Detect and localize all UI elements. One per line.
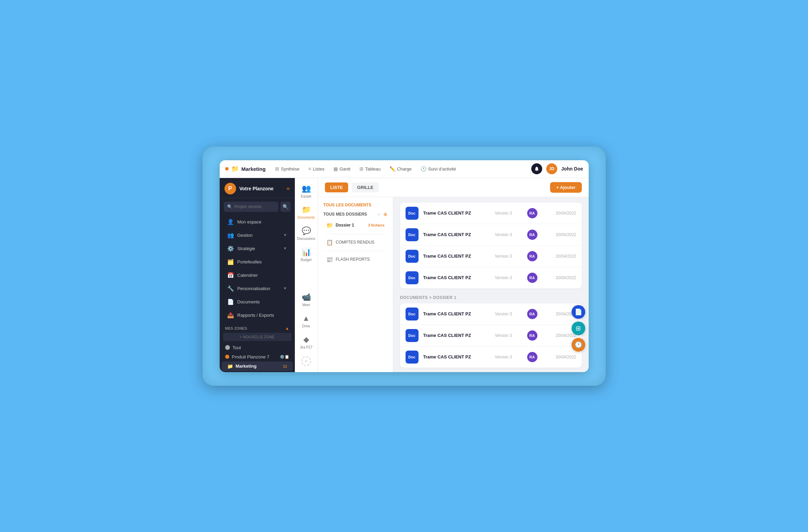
table-row[interactable]: Doc Trame CAS CLIENT PZ Version 3 RA 20/…	[400, 246, 582, 267]
doc-version: Version 3	[495, 312, 522, 316]
search-button[interactable]: 🔍	[280, 202, 291, 212]
table-row[interactable]: Doc Trame CAS CLIENT PZ Version 3 RA 20/…	[400, 224, 582, 246]
doc-avatar: RA	[527, 352, 537, 362]
all-folders-label: TOUS MES DOSSIERS	[324, 212, 367, 217]
user-avatar-top: JD	[546, 163, 557, 174]
personnalisation-arrow-icon: ▼	[283, 286, 287, 291]
floating-actions: 📄 ⊞ 🕐	[572, 305, 585, 352]
sidebar-item-rapports[interactable]: 📤 Rapports / Exports	[222, 309, 293, 322]
sidebar-zone-marketing[interactable]: 📁 Marketing 11	[222, 362, 293, 371]
documents-icon: 📄	[227, 299, 234, 305]
portefeuilles-label: Portefeuilles	[237, 259, 262, 264]
doc-name: Trame CAS CLIENT PZ	[423, 210, 490, 216]
tab-suivi-label: Suivi d'activité	[428, 166, 456, 172]
tool-budget[interactable]: 📊 Budget	[297, 245, 316, 265]
sidebar-collapse-button[interactable]: «	[286, 185, 290, 192]
sidebar-item-calendrier[interactable]: 📅 Calendrier	[222, 269, 293, 282]
all-docs-title: TOUS LES DOCUMENTS	[324, 203, 387, 207]
sidebar-item-gestion[interactable]: 👥 Gestion ▼	[222, 229, 293, 242]
sidebar-zone-tout[interactable]: Tout	[220, 343, 295, 352]
tab-tableau[interactable]: ⊞ Tableau	[355, 164, 385, 174]
app-window: 📁 Marketing ⊞ Synthèse ≡ Listes ▦ Gantt …	[220, 160, 589, 372]
tab-gantt[interactable]: ▦ Gantt	[329, 164, 355, 174]
view-list-button[interactable]: LISTE	[325, 182, 348, 192]
doc-name: Trame CAS CLIENT PZ	[423, 232, 490, 237]
doc-version: Version 3	[495, 211, 522, 216]
gestion-label: Gestion	[237, 233, 253, 238]
table-row[interactable]: Doc Trame CAS CLIENT PZ Version 3 RA 20/…	[400, 325, 582, 346]
rapports-icon: 📤	[227, 312, 234, 318]
fab-time-button[interactable]: 🕐	[572, 338, 585, 352]
add-folder-button[interactable]: ⊕	[383, 212, 387, 217]
sidebar-item-mon-espace[interactable]: 👤 Mon espace	[222, 216, 293, 228]
add-integration-icon: +	[301, 356, 311, 366]
doc-date: 20/04/2022	[542, 254, 576, 259]
sidebar-zone-produit[interactable]: Produit Planzone 7 ⚙️📋	[220, 352, 295, 362]
tool-documents-icon: 📁	[302, 205, 311, 214]
doc-list-section2: Doc Trame CAS CLIENT PZ Version 3 RA 20/…	[400, 303, 582, 368]
table-row[interactable]: Doc Trame CAS CLIENT PZ Version 3 RA 20/…	[400, 346, 582, 368]
add-button[interactable]: + Ajouter	[550, 182, 581, 193]
tool-meet[interactable]: 📹 Meet	[297, 290, 316, 310]
tool-equipe[interactable]: 👥 Equipe	[297, 181, 316, 201]
tab-synthese[interactable]: ⊞ Synthèse	[271, 164, 303, 174]
nav-accent-dot	[225, 167, 229, 170]
tab-suivi[interactable]: 🕐 Suivi d'activité	[416, 164, 460, 174]
tool-add-integration[interactable]: +	[297, 354, 316, 369]
strategie-icon: ⚙️	[227, 245, 234, 252]
right-doc-area: LISTE GRILLE + Ajouter TOUS LES DOCUMENT…	[318, 178, 589, 372]
doc-name: Trame CAS CLIENT PZ	[423, 275, 490, 280]
sidebar: P Votre Planzone « 🔍 Projets récents 🔍	[220, 178, 295, 372]
notification-button[interactable]	[531, 163, 542, 174]
sidebar-app-name: Votre Planzone	[239, 186, 283, 191]
nav-tabs: ⊞ Synthèse ≡ Listes ▦ Gantt ⊞ Tableau ✏️	[271, 164, 460, 174]
doc-name: Trame CAS CLIENT PZ	[423, 354, 490, 359]
doc-date: 20/04/2022	[542, 333, 576, 338]
nav-right: JD John Doe	[531, 163, 583, 174]
doc-icon: Doc	[406, 308, 419, 320]
doc-panel-folder-1[interactable]: 📁 Dossier 1 3 fichiers	[324, 220, 387, 231]
tab-listes[interactable]: ≡ Listes	[304, 164, 329, 174]
sidebar-item-documents[interactable]: 📄 Documents	[222, 296, 293, 308]
tab-charge[interactable]: ✏️ Charge	[385, 164, 416, 174]
discussions-icon: 💬	[302, 227, 311, 235]
doc-icon: Doc	[406, 271, 419, 284]
doc-version: Version 3	[495, 355, 522, 359]
doc-panel-flash-reports[interactable]: 📰 FLASH REPORTS	[324, 254, 387, 265]
doc-icon: Doc	[406, 228, 419, 241]
fab-grid-button[interactable]: ⊞	[572, 322, 585, 335]
tout-circle-icon	[225, 345, 230, 350]
new-zone-button[interactable]: + NOUVELLE ZONE	[223, 333, 291, 341]
table-row[interactable]: Doc Trame CAS CLIENT PZ Version 3 RA 20/…	[400, 303, 582, 325]
sidebar-item-personnalisation[interactable]: 🔧 Personnalisation ▼	[222, 282, 293, 295]
tool-discussions[interactable]: 💬 Discussions	[297, 224, 316, 244]
doc-panel-comptes-rendus[interactable]: 📋 COMPTES RENDUS	[324, 237, 387, 248]
table-row[interactable]: Doc Trame CAS CLIENT PZ Version 3 RA 20/…	[400, 267, 582, 288]
fab-doc-button[interactable]: 📄	[572, 305, 585, 319]
tool-drive[interactable]: ▲ Drive	[297, 311, 316, 331]
sidebar-item-portefeuilles[interactable]: 🗂️ Portefeuilles	[222, 256, 293, 268]
mon-espace-label: Mon espace	[237, 219, 262, 224]
tool-documents[interactable]: 📁 Documents	[297, 203, 316, 222]
doc-left-panel: TOUS LES DOCUMENTS TOUS MES DOSSIERS ○ ⊕…	[318, 197, 393, 372]
toggle-off-icon[interactable]: ○	[378, 212, 380, 217]
tool-jira[interactable]: ◆ Jira PZ7	[297, 332, 316, 352]
sidebar-item-strategie[interactable]: ⚙️ Stratégie ▼	[222, 242, 293, 255]
tab-gantt-label: Gantt	[340, 166, 351, 172]
table-row[interactable]: Doc Trame CAS CLIENT PZ Version 3 RA 20/…	[400, 203, 582, 224]
view-grid-button[interactable]: GRILLE	[352, 182, 379, 192]
marketing-badge: 11	[283, 364, 287, 368]
calendrier-icon: 📅	[227, 272, 234, 278]
doc-avatar: RA	[527, 230, 537, 240]
equipe-icon: 👥	[302, 184, 311, 193]
bell-icon	[534, 166, 539, 172]
doc-main-area: TOUS LES DOCUMENTS TOUS MES DOSSIERS ○ ⊕…	[318, 197, 589, 372]
gestion-arrow-icon: ▼	[283, 233, 287, 237]
doc-avatar: RA	[527, 251, 537, 261]
mes-zones-title: Mes Zones	[225, 326, 247, 330]
strategie-label: Stratégie	[237, 246, 255, 251]
search-recent-projects-input[interactable]: 🔍 Projets récents	[224, 202, 278, 212]
sidebar-sub-first-time-ux[interactable]: 📁 First Time UX 10	[220, 371, 295, 372]
doc-version: Version 3	[495, 254, 522, 259]
strategie-arrow-icon: ▼	[283, 246, 287, 251]
